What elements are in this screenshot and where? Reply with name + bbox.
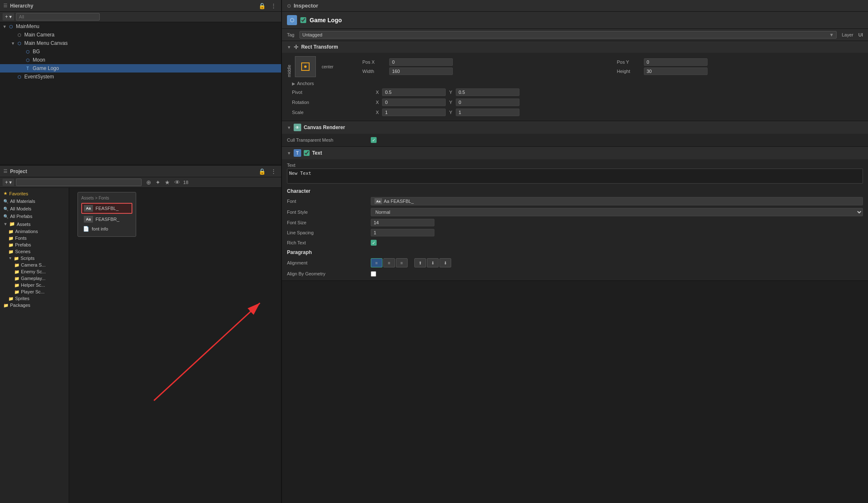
- sidebar-label-animations: Animations: [15, 229, 38, 234]
- assets-label: Assets: [17, 222, 31, 227]
- project-eyedrop-icon[interactable]: ⊕: [145, 179, 152, 186]
- project-search-input[interactable]: [16, 179, 142, 186]
- hierarchy-item-eventsystem[interactable]: ⬡ EventSystem: [0, 73, 281, 81]
- horizontal-align-group: ≡ ≡ ≡: [371, 258, 408, 267]
- alignment-label: Alignment: [287, 260, 371, 265]
- rot-y-input[interactable]: [456, 99, 519, 106]
- anchors-arrow-icon: ▶: [292, 81, 295, 86]
- hierarchy-item-mainmenucanvas[interactable]: ▼ ⬡ Main Menu Canvas: [0, 39, 281, 47]
- line-spacing-input[interactable]: [371, 229, 434, 236]
- hierarchy-title: Hierarchy: [10, 3, 33, 9]
- sidebar-item-packages[interactable]: 📁 Packages: [0, 302, 69, 309]
- align-right-button[interactable]: ≡: [396, 258, 408, 267]
- hierarchy-add-button[interactable]: + ▾: [3, 13, 14, 21]
- cube-icon-mainmenu: ⬡: [8, 23, 14, 30]
- hierarchy-search-input[interactable]: [16, 13, 100, 21]
- inspector-title: Inspector: [294, 3, 318, 9]
- sidebar-item-enemy[interactable]: 📁 Enemy Sc...: [0, 268, 69, 275]
- align-top-button[interactable]: ⬆: [414, 258, 426, 267]
- go-icon: ⬡: [287, 15, 297, 25]
- height-input[interactable]: [644, 67, 708, 75]
- sidebar-label-cameras: Camera S...: [21, 262, 46, 267]
- sidebar-item-scenes[interactable]: 📁 Scenes: [0, 248, 69, 255]
- center-label: center: [322, 65, 333, 69]
- hierarchy-more-icon[interactable]: ⋮: [269, 2, 278, 10]
- component-rect-transform: ▼ ✛ Rect Transform middle center: [282, 41, 868, 121]
- align-middle-button[interactable]: ⬇: [427, 258, 439, 267]
- text-component-header[interactable]: ▼ T Text: [282, 147, 868, 159]
- project-add-button[interactable]: + ▾: [3, 179, 14, 186]
- rect-transform-header[interactable]: ▼ ✛ Rect Transform: [282, 41, 868, 53]
- anchors-row: ▶ Anchors: [287, 80, 863, 87]
- svg-line-1: [154, 303, 260, 401]
- tag-dropdown[interactable]: Untagged ▼: [300, 31, 837, 39]
- text-area-label: Text: [287, 163, 863, 168]
- hierarchy-item-bg[interactable]: ⬡ BG: [0, 47, 281, 56]
- sidebar-label-packages: Packages: [10, 303, 30, 308]
- canvas-renderer-header[interactable]: ▼ 👁 Canvas Renderer: [282, 121, 868, 134]
- hierarchy-item-moon[interactable]: ⬡ Moon: [0, 56, 281, 64]
- pivot-x-input[interactable]: [382, 88, 446, 96]
- sidebar-item-scripts[interactable]: ▼ 📁 Scripts: [0, 255, 69, 262]
- go-header: ⬡ Game Logo: [282, 12, 868, 29]
- hierarchy-item-maincamera[interactable]: ⬡ Main Camera: [0, 31, 281, 39]
- sidebar-item-all-prefabs[interactable]: 🔍 All Prefabs: [0, 213, 69, 220]
- width-input[interactable]: [389, 67, 453, 75]
- project-wand-icon[interactable]: ✦: [154, 179, 162, 186]
- sidebar-item-fonts[interactable]: 📁 Fonts: [0, 235, 69, 241]
- font-style-dropdown[interactable]: Normal Bold Italic: [371, 208, 863, 216]
- font-info-item[interactable]: 📄 font info: [81, 225, 132, 233]
- rot-x-input[interactable]: [382, 99, 446, 106]
- pos-x-input[interactable]: [389, 58, 453, 66]
- font-ref-label: Aa FEASFBL_: [384, 199, 414, 204]
- project-more-icon[interactable]: ⋮: [269, 168, 278, 175]
- sidebar-item-helper[interactable]: 📁 Helper Sc...: [0, 282, 69, 288]
- align-center-button[interactable]: ≡: [383, 258, 395, 267]
- project-lock-icon[interactable]: 🔒: [257, 168, 267, 175]
- sidebar-item-prefabs[interactable]: 📁 Prefabs: [0, 241, 69, 248]
- sidebar-label-sprites: Sprites: [15, 296, 29, 301]
- sidebar-item-animations[interactable]: 📁 Animations: [0, 228, 69, 235]
- sidebar-item-gameplay[interactable]: 📁 Gameplay...: [0, 275, 69, 282]
- sidebar-item-player[interactable]: 📁 Player Sc...: [0, 288, 69, 295]
- star-icon-favorites: ★: [3, 191, 8, 196]
- scale-y-input[interactable]: [456, 109, 519, 116]
- rich-text-checkbox[interactable]: ✓: [371, 240, 377, 246]
- sidebar-item-sprites[interactable]: 📁 Sprites: [0, 295, 69, 302]
- project-eye-icon[interactable]: 👁: [173, 179, 181, 186]
- component-text: ▼ T Text Text New Text Character Font: [282, 147, 868, 281]
- hierarchy-item-mainmenu[interactable]: ▼ ⬡ MainMenu: [0, 22, 281, 31]
- folder-icon-scripts: 📁: [14, 256, 19, 261]
- font-popup: Assets > Fonts Aa FEASFBL_ Aa FEASFBR_ 📄…: [78, 192, 136, 237]
- search-icon-prefabs: 🔍: [3, 214, 8, 219]
- sidebar-item-all-materials[interactable]: 🔍 All Materials: [0, 197, 69, 205]
- project-bookmark-icon[interactable]: ★: [163, 179, 171, 186]
- height-label: Height: [617, 69, 642, 74]
- font-value-row: Aa Aa FEASFBL_: [371, 197, 863, 205]
- scale-x-input[interactable]: [382, 109, 446, 116]
- go-active-checkbox[interactable]: [300, 17, 306, 23]
- font-ref-icon: Aa: [375, 198, 382, 204]
- text-value-area[interactable]: New Text: [287, 169, 863, 184]
- pivot-y-input[interactable]: [456, 88, 519, 96]
- font-label-feasfbr: FEASFBR_: [96, 217, 119, 222]
- font-size-input[interactable]: [371, 219, 434, 226]
- anchor-widget[interactable]: [295, 56, 316, 77]
- text-component-active-checkbox[interactable]: [304, 150, 310, 156]
- font-item-feasfbr[interactable]: Aa FEASFBR_: [81, 214, 132, 225]
- canvas-renderer-icon: 👁: [294, 124, 301, 131]
- font-ref-button[interactable]: Aa Aa FEASFBL_: [371, 197, 863, 205]
- align-left-button[interactable]: ≡: [371, 258, 382, 267]
- font-item-feasfbl[interactable]: Aa FEASFBL_: [81, 203, 132, 214]
- sidebar-label-helper: Helper Sc...: [21, 283, 45, 288]
- align-by-geometry-checkbox[interactable]: [371, 271, 376, 277]
- sidebar-item-all-models[interactable]: 🔍 All Models: [0, 205, 69, 213]
- sidebar-item-cameras[interactable]: 📁 Camera S...: [0, 262, 69, 268]
- pos-y-input[interactable]: [644, 58, 708, 66]
- anchors-label: Anchors: [297, 81, 381, 86]
- pivot-y-label: Y: [449, 90, 452, 95]
- cull-checkbox[interactable]: ✓: [371, 137, 377, 143]
- hierarchy-item-gamelogo[interactable]: T Game Logo: [0, 64, 281, 73]
- hierarchy-lock-icon[interactable]: 🔒: [257, 2, 267, 10]
- align-bottom-button[interactable]: ⬇: [439, 258, 451, 267]
